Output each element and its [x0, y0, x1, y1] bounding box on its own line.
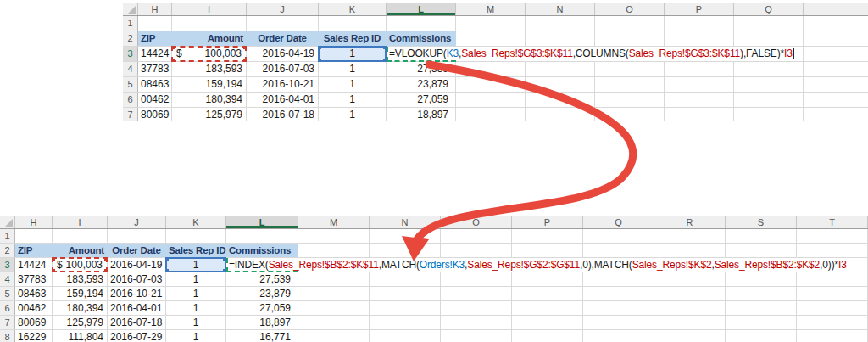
empty-cell[interactable] — [226, 229, 298, 243]
cell-commission[interactable]: 23,879 — [226, 287, 298, 300]
col-header-P[interactable]: P — [665, 3, 734, 15]
empty-cell[interactable] — [319, 16, 387, 31]
header-commissions[interactable]: Commissions — [226, 244, 298, 257]
cell-sales-rep[interactable]: 1 — [319, 77, 387, 92]
empty-cell[interactable] — [53, 229, 108, 243]
cell-zip[interactable]: 80069 — [15, 316, 53, 329]
cell-zip[interactable]: 14424 — [138, 47, 172, 61]
cell-amount-copied[interactable]: $100,003 — [53, 258, 108, 272]
select-all-corner[interactable] — [123, 3, 138, 15]
cell-amount-copied[interactable]: $100,003 — [172, 47, 247, 61]
col-header-K[interactable]: K — [166, 216, 226, 228]
empty-cell[interactable] — [172, 16, 247, 31]
col-header-M[interactable]: M — [298, 216, 370, 228]
cell-amount[interactable]: 159,194 — [53, 287, 108, 300]
cell-order-date[interactable]: 2016-04-01 — [247, 93, 319, 107]
col-header-H[interactable]: H — [138, 3, 172, 15]
header-order-date[interactable]: Order Date — [108, 244, 166, 257]
col-header-O[interactable]: O — [595, 3, 665, 15]
cell-order-date[interactable]: 2016-10-21 — [108, 287, 166, 300]
header-zip[interactable]: ZIP — [138, 31, 172, 46]
header-order-date[interactable]: Order Date — [247, 31, 319, 46]
cell-commission[interactable]: 18,897 — [226, 316, 298, 329]
row-header-1[interactable]: 1 — [123, 16, 138, 31]
header-commissions[interactable]: Commissions — [387, 31, 456, 46]
cell-order-date[interactable]: 2016-07-03 — [108, 272, 166, 286]
cell-sales-rep[interactable]: 1 — [319, 108, 387, 121]
cell-amount[interactable]: 183,593 — [53, 272, 108, 286]
cell-order-date[interactable]: 2016-10-21 — [247, 77, 319, 92]
cell-zip[interactable]: 00462 — [15, 301, 53, 315]
cell-zip[interactable]: 00462 — [138, 93, 172, 107]
cell-order-date[interactable]: 2016-04-01 — [108, 301, 166, 315]
col-header-O[interactable]: O — [441, 216, 512, 228]
col-header-J[interactable]: J — [108, 216, 166, 228]
cell-sales-rep[interactable]: 1 — [166, 272, 226, 286]
col-header-Q[interactable]: Q — [734, 3, 804, 15]
empty-cell[interactable] — [15, 229, 53, 243]
cell-zip[interactable]: 37783 — [15, 272, 53, 286]
col-header-T[interactable]: T — [797, 216, 868, 228]
cell-amount[interactable]: 125,979 — [172, 108, 247, 121]
cell-commission[interactable]: 27,059 — [387, 93, 456, 107]
cell-order-date[interactable]: 2016-04-19 — [108, 258, 166, 272]
cell-zip[interactable]: 08463 — [138, 77, 172, 92]
cell-order-date[interactable]: 2016-07-03 — [247, 62, 319, 76]
row-header-5[interactable]: 5 — [123, 77, 138, 92]
cell-sales-rep[interactable]: 1 — [166, 301, 226, 315]
row-header-8[interactable]: 8 — [0, 330, 15, 342]
cell-commission[interactable]: 18,897 — [387, 108, 456, 121]
col-header-R[interactable]: R — [654, 216, 726, 228]
empty-cell[interactable] — [387, 16, 456, 31]
row-header-5[interactable]: 5 — [0, 287, 15, 300]
col-header-I[interactable]: I — [53, 216, 108, 228]
row-header-4[interactable]: 4 — [0, 272, 15, 286]
cell-amount[interactable]: 125,979 — [53, 316, 108, 329]
cell-sales-rep[interactable]: 1 — [319, 93, 387, 107]
cell-amount[interactable]: 159,194 — [172, 77, 247, 92]
col-header-N[interactable]: N — [370, 216, 441, 228]
cell-order-date[interactable]: 2016-07-18 — [247, 108, 319, 121]
cell-amount[interactable]: 180,394 — [53, 301, 108, 315]
empty-cell[interactable] — [138, 16, 172, 31]
cell-zip[interactable]: 08463 — [15, 287, 53, 300]
row-header-2[interactable]: 2 — [0, 244, 15, 257]
cell-commission[interactable]: 27,539 — [226, 272, 298, 286]
cell-zip[interactable]: 16229 — [15, 330, 53, 342]
header-amount[interactable]: Amount — [53, 244, 108, 257]
empty-cell[interactable] — [108, 229, 166, 243]
cell-commission[interactable]: 23,879 — [387, 77, 456, 92]
col-header-I[interactable]: I — [172, 3, 247, 15]
header-sales-rep-id[interactable]: Sales Rep ID — [166, 244, 226, 257]
cell-amount[interactable]: 183,593 — [172, 62, 247, 76]
cell-commission[interactable]: 27,539 — [387, 62, 456, 76]
select-all-corner[interactable] — [0, 216, 15, 228]
cell-order-date[interactable]: 2016-07-29 — [108, 330, 166, 342]
cell-sales-rep-referenced[interactable]: 1 — [166, 258, 226, 272]
row-header-6[interactable]: 6 — [123, 93, 138, 107]
cell-sales-rep[interactable]: 1 — [166, 316, 226, 329]
row-header-3[interactable]: 3 — [0, 258, 15, 272]
row-header-7[interactable]: 7 — [123, 108, 138, 121]
col-header-M[interactable]: M — [456, 3, 526, 15]
cell-zip[interactable]: 37783 — [138, 62, 172, 76]
header-amount[interactable]: Amount — [172, 31, 247, 46]
col-header-Q[interactable]: Q — [583, 216, 654, 228]
cell-commission[interactable]: 27,059 — [226, 301, 298, 315]
cell-sales-rep[interactable]: 1 — [319, 62, 387, 76]
cell-order-date[interactable]: 2016-07-18 — [108, 316, 166, 329]
formula-vlookup[interactable]: =VLOOKUP(K3,Sales_Reps!$G$3:$K$11,COLUMN… — [387, 47, 794, 61]
cell-zip[interactable]: 80069 — [138, 108, 172, 121]
col-header-K[interactable]: K — [319, 3, 387, 15]
col-header-N[interactable]: N — [526, 3, 595, 15]
col-header-L-selected[interactable]: L — [226, 216, 298, 228]
row-header-3[interactable]: 3 — [123, 47, 138, 61]
col-header-H[interactable]: H — [15, 216, 53, 228]
col-header-P[interactable]: P — [512, 216, 583, 228]
row-header-6[interactable]: 6 — [0, 301, 15, 315]
cell-sales-rep[interactable]: 1 — [166, 287, 226, 300]
col-header-S[interactable]: S — [726, 216, 797, 228]
cell-zip[interactable]: 14424 — [15, 258, 53, 272]
row-header-7[interactable]: 7 — [0, 316, 15, 329]
empty-cell[interactable] — [247, 16, 319, 31]
